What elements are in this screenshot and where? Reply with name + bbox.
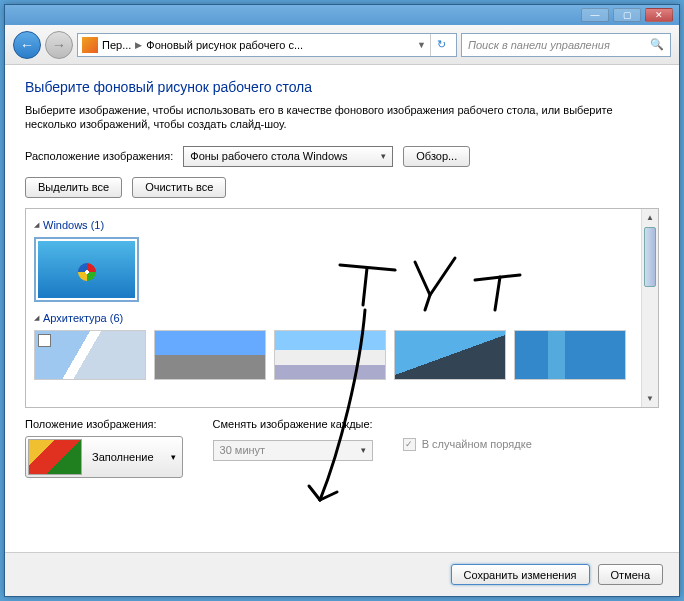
position-picker[interactable]: Заполнение [25, 436, 183, 478]
location-icon [82, 37, 98, 53]
save-button[interactable]: Сохранить изменения [451, 564, 590, 585]
forward-button: → [45, 31, 73, 59]
cancel-button[interactable]: Отмена [598, 564, 663, 585]
window-frame: — ▢ ✕ ← → Пер... ▶ Фоновый рисунок рабоч… [4, 4, 680, 597]
interval-label: Сменять изображение каждые: [213, 418, 373, 430]
page-description: Выберите изображение, чтобы использовать… [25, 103, 659, 132]
page-title: Выберите фоновый рисунок рабочего стола [25, 79, 659, 95]
location-label: Расположение изображения: [25, 150, 173, 162]
group-header[interactable]: Архитектура (6) [34, 312, 638, 324]
scroll-down-icon[interactable]: ▼ [642, 390, 658, 407]
wallpaper-thumb[interactable] [154, 330, 266, 380]
wallpaper-thumb[interactable] [394, 330, 506, 380]
interval-combo: 30 минут [213, 440, 373, 461]
back-button[interactable]: ← [13, 31, 41, 59]
minimize-button[interactable]: — [581, 8, 609, 22]
search-icon: 🔍 [650, 38, 664, 51]
wallpaper-gallery: Windows (1) ✓ Архитектура (6) [25, 208, 659, 408]
close-button[interactable]: ✕ [645, 8, 673, 22]
thumb-image-icon [38, 241, 135, 298]
wallpaper-thumb[interactable] [514, 330, 626, 380]
group-header[interactable]: Windows (1) [34, 219, 638, 231]
shuffle-option: ✓ В случайном порядке [403, 438, 532, 451]
chevron-down-icon[interactable]: ▼ [417, 40, 426, 50]
scroll-up-icon[interactable]: ▲ [642, 209, 658, 226]
select-all-button[interactable]: Выделить все [25, 177, 122, 198]
search-placeholder: Поиск в панели управления [468, 39, 610, 51]
navigation-bar: ← → Пер... ▶ Фоновый рисунок рабочего с.… [5, 25, 679, 65]
refresh-icon[interactable]: ↻ [430, 34, 452, 56]
shuffle-label: В случайном порядке [422, 438, 532, 450]
wallpaper-thumb[interactable] [34, 330, 146, 380]
content-area: Выберите фоновый рисунок рабочего стола … [5, 65, 679, 555]
address-bar[interactable]: Пер... ▶ Фоновый рисунок рабочего с... ▼… [77, 33, 457, 57]
position-label: Положение изображения: [25, 418, 183, 430]
titlebar: — ▢ ✕ [5, 5, 679, 25]
search-input[interactable]: Поиск в панели управления 🔍 [461, 33, 671, 57]
position-value: Заполнение [84, 451, 162, 463]
wallpaper-thumb[interactable] [274, 330, 386, 380]
vertical-scrollbar[interactable]: ▲ ▼ [641, 209, 658, 407]
thumb-checkbox[interactable] [38, 334, 51, 347]
position-thumb-icon [28, 439, 82, 475]
breadcrumb-item[interactable]: Фоновый рисунок рабочего с... [146, 39, 303, 51]
chevron-right-icon: ▶ [135, 40, 142, 50]
location-combo[interactable]: Фоны рабочего стола Windows [183, 146, 393, 167]
maximize-button[interactable]: ▢ [613, 8, 641, 22]
scroll-thumb[interactable] [644, 227, 656, 287]
dialog-footer: Сохранить изменения Отмена [5, 552, 679, 596]
breadcrumb-item[interactable]: Пер... [102, 39, 131, 51]
wallpaper-thumb[interactable]: ✓ [34, 237, 139, 302]
shuffle-checkbox: ✓ [403, 438, 416, 451]
browse-button[interactable]: Обзор... [403, 146, 470, 167]
clear-all-button[interactable]: Очистить все [132, 177, 226, 198]
